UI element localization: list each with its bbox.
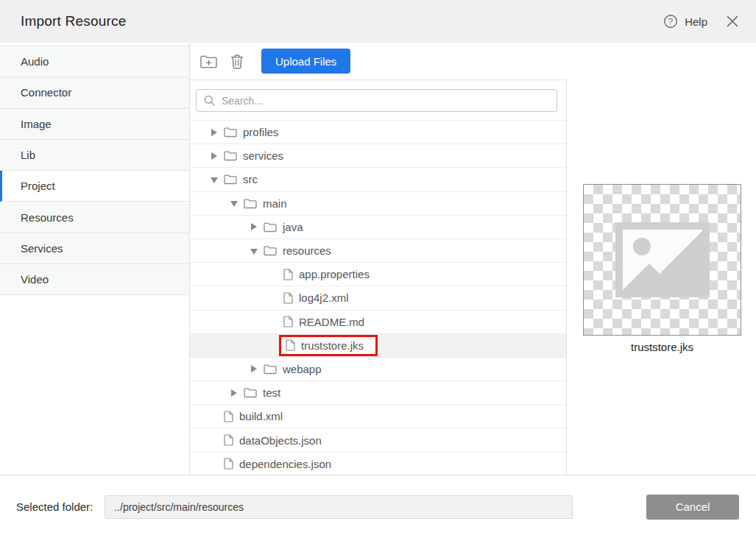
sidebar-item-label: Image (21, 118, 52, 130)
sidebar-item-label: Connector (21, 86, 71, 99)
folder-icon (224, 174, 237, 185)
tree-row[interactable]: README.md (190, 310, 566, 333)
toolbar: Upload Files (190, 43, 756, 79)
expander-icon[interactable] (270, 294, 278, 302)
sidebar-item-audio[interactable]: Audio (0, 46, 189, 77)
selected-folder-input[interactable] (105, 495, 573, 519)
sidebar-item-image[interactable]: Image (0, 109, 189, 140)
tree-row-inner: java (264, 221, 303, 233)
dialog-body: Audio Connector Image Lib Project Resour… (0, 43, 756, 475)
dialog-footer: Selected folder: Cancel (0, 475, 756, 538)
tree-row[interactable]: java (190, 215, 566, 238)
sidebar-item-lib[interactable]: Lib (0, 140, 189, 171)
tree-row[interactable]: src (190, 167, 566, 191)
tree-row-label: log4j2.xml (299, 291, 349, 304)
close-button[interactable] (727, 15, 738, 27)
expander-icon[interactable] (211, 129, 218, 136)
folder-icon (264, 222, 277, 233)
expander-icon[interactable] (211, 413, 218, 420)
sidebar-item-resources[interactable]: Resources (0, 202, 189, 233)
expander-icon[interactable] (250, 223, 258, 230)
tree-row-inner: main (244, 197, 287, 210)
sidebar-item-label: Project (21, 180, 55, 192)
folder-icon (244, 198, 257, 209)
file-icon (224, 458, 233, 470)
tree-row[interactable]: truststore.jks (190, 333, 566, 357)
tree-row-label: services (243, 149, 283, 162)
sidebar-item-video[interactable]: Video (0, 264, 189, 295)
tree-row-inner: test (244, 386, 280, 399)
expander-icon[interactable] (250, 247, 258, 255)
sidebar-item-label: Audio (21, 55, 49, 68)
tree-row-label: README.md (299, 316, 364, 328)
tree-row-label: java (283, 221, 303, 233)
expander-icon[interactable] (270, 318, 278, 325)
file-icon (283, 269, 293, 280)
expander-icon[interactable] (211, 176, 218, 183)
cancel-button[interactable]: Cancel (646, 495, 739, 520)
sidebar-item-label: Video (21, 273, 49, 286)
tree-row[interactable]: services (190, 144, 566, 167)
close-icon (727, 15, 738, 27)
new-folder-button[interactable] (197, 52, 220, 71)
tree-row[interactable]: dependencies.json (190, 452, 566, 475)
sidebar-list: Audio Connector Image Lib Project Resour… (0, 46, 189, 295)
expander-icon[interactable] (270, 341, 278, 349)
folder-icon (244, 387, 257, 398)
tree-row-label: profiles (243, 126, 278, 138)
tree-row-inner: build.xml (224, 410, 283, 422)
expander-icon[interactable] (270, 271, 278, 278)
help-label: Help (685, 15, 707, 28)
tree-row-label: webapp (283, 363, 322, 375)
sidebar-item-connector[interactable]: Connector (0, 77, 189, 108)
tree-row[interactable]: profiles (190, 120, 566, 144)
tree-row-inner: log4j2.xml (283, 291, 349, 304)
expander-icon[interactable] (230, 199, 238, 207)
page-title: Import Resource (21, 13, 126, 29)
sidebar-item-services[interactable]: Services (0, 233, 189, 264)
tree-row-label: src (243, 173, 258, 185)
new-folder-icon (200, 54, 217, 68)
tree-row-label: build.xml (239, 410, 283, 422)
sidebar-item-label: Services (21, 242, 63, 255)
folder-icon (264, 364, 277, 375)
upload-files-button[interactable]: Upload Files (261, 49, 350, 74)
trash-icon (230, 54, 244, 69)
folder-icon (264, 245, 277, 256)
search-input[interactable] (222, 95, 549, 107)
expander-icon[interactable] (211, 460, 218, 467)
tree-row-inner: dependencies.json (224, 458, 331, 470)
preview-image (583, 184, 741, 336)
expander-icon[interactable] (211, 152, 218, 160)
sidebar-item-project[interactable]: Project (0, 171, 189, 202)
tree-row-label: test (263, 386, 280, 399)
svg-text:?: ? (668, 17, 673, 26)
tree-row-inner: profiles (224, 126, 278, 138)
tree-row[interactable]: main (190, 191, 566, 215)
tree-row[interactable]: test (190, 381, 566, 404)
tree-row-inner: dataObjects.json (224, 434, 322, 447)
file-icon (286, 339, 295, 351)
file-icon (224, 411, 233, 422)
tree-row-inner: webapp (264, 363, 322, 375)
tree-row[interactable]: build.xml (190, 404, 566, 428)
tree-row[interactable]: log4j2.xml (190, 286, 566, 309)
expander-icon[interactable] (211, 436, 218, 444)
help-button[interactable]: ? Help (663, 14, 707, 29)
folder-icon (224, 150, 237, 161)
delete-button[interactable] (227, 51, 247, 72)
expander-icon[interactable] (250, 365, 258, 372)
tree-row[interactable]: webapp (190, 357, 566, 381)
file-icon (283, 316, 293, 328)
tree-row[interactable]: app.properties (190, 262, 566, 286)
search-icon (204, 95, 215, 106)
search-box (196, 89, 557, 112)
tree-row-inner: resources (264, 244, 331, 257)
expander-icon[interactable] (230, 389, 238, 397)
file-tree: profiles services (190, 120, 566, 475)
tree-row-label: truststore.jks (301, 339, 364, 352)
tree-row[interactable]: resources (190, 238, 566, 262)
tree-row-inner: README.md (283, 316, 364, 328)
tree-row[interactable]: dataObjects.json (190, 428, 566, 451)
tree-row-label: main (263, 197, 287, 210)
